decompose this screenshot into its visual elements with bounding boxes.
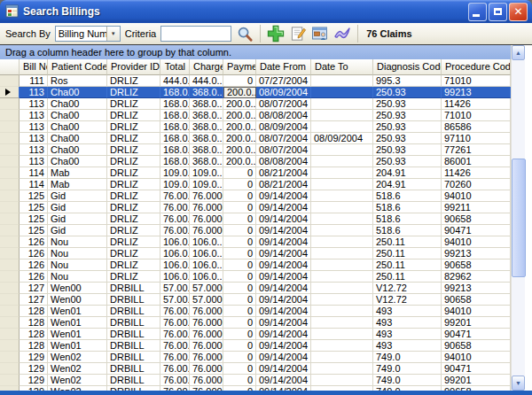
grid-cell[interactable]: 493: [373, 340, 442, 352]
grid-cell[interactable]: 250.93: [373, 156, 442, 167]
grid-cell[interactable]: 749.0: [373, 363, 442, 375]
grid-cell[interactable]: 07/27/2004: [256, 75, 311, 87]
grid-cell[interactable]: 125: [20, 213, 48, 225]
grid-cell[interactable]: Wen02: [48, 352, 107, 363]
grid-cell[interactable]: 493: [373, 306, 442, 317]
grid-cell[interactable]: 08/07/2004: [256, 144, 311, 156]
grid-cell[interactable]: [311, 386, 373, 391]
row-indicator[interactable]: [0, 156, 20, 167]
grid-cell[interactable]: 0: [223, 317, 256, 329]
grid-cell[interactable]: V12.72: [373, 283, 442, 294]
title-bar[interactable]: Search Billings ✕: [0, 0, 532, 23]
row-indicator[interactable]: [0, 179, 20, 190]
row-indicator[interactable]: [0, 317, 20, 329]
table-row[interactable]: 113Cha00DRLIZ168.0...368.0...200.0...08/…: [0, 87, 511, 98]
table-row[interactable]: 113Cha00DRLIZ168.0...368.0...200.0...08/…: [0, 98, 511, 110]
grid-cell[interactable]: 0: [223, 340, 256, 352]
grid-cell[interactable]: 518.6: [373, 190, 442, 202]
column-header-charges[interactable]: Charges: [190, 59, 223, 75]
grid-cell[interactable]: 128: [20, 306, 48, 317]
grid-cell[interactable]: [311, 283, 373, 294]
grid-cell[interactable]: Wen00: [48, 283, 107, 294]
grid-cell[interactable]: 250.93: [373, 98, 442, 110]
grid-cell[interactable]: 08/21/2004: [256, 179, 311, 190]
column-header-provider-id[interactable]: Provider ID: [107, 59, 160, 75]
grid-cell[interactable]: 129: [20, 363, 48, 375]
table-row[interactable]: 126NouDRLIZ106.0...106.0...009/14/200425…: [0, 236, 511, 248]
grid-cell[interactable]: 518.6: [373, 213, 442, 225]
grid-cell[interactable]: DRBILL: [107, 294, 160, 306]
row-indicator[interactable]: [0, 306, 20, 317]
grid-cell[interactable]: 08/07/2004: [256, 98, 311, 110]
grid-cell[interactable]: 106.0...: [160, 271, 190, 283]
table-row[interactable]: 125GidDRLIZ76.00...76.0000009/14/2004518…: [0, 225, 511, 236]
grid-cell[interactable]: Cha00: [48, 144, 107, 156]
grid-cell[interactable]: 09/14/2004: [256, 306, 311, 317]
grid-cell[interactable]: 127: [20, 294, 48, 306]
table-row[interactable]: 113Cha00DRLIZ168.0...368.0...200.0...08/…: [0, 110, 511, 121]
grid-cell[interactable]: 250.11: [373, 259, 442, 271]
grid-cell[interactable]: 168.0...: [160, 110, 190, 121]
column-header-date-from[interactable]: Date From: [256, 59, 311, 75]
grid-cell[interactable]: 0: [223, 236, 256, 248]
grid-cell[interactable]: 200.0...: [223, 98, 256, 110]
grid-cell[interactable]: 200.0...: [223, 87, 256, 98]
grid-cell[interactable]: 09/14/2004: [256, 317, 311, 329]
grid-cell[interactable]: [311, 190, 373, 202]
grid-cell[interactable]: DRLIZ: [107, 179, 160, 190]
column-header-bill-no[interactable]: Bill No.: [20, 59, 48, 75]
grid-cell[interactable]: 126: [20, 259, 48, 271]
grid-cell[interactable]: DRLIZ: [107, 271, 160, 283]
grid-cell[interactable]: [311, 352, 373, 363]
grid-cell[interactable]: [311, 317, 373, 329]
grid-cell[interactable]: 76.00...: [160, 317, 190, 329]
grid-cell[interactable]: 444.0...: [160, 75, 190, 87]
grid-cell[interactable]: 97110: [442, 133, 511, 144]
grid-cell[interactable]: 09/14/2004: [256, 363, 311, 375]
grid-cell[interactable]: [311, 329, 373, 340]
grid-cell[interactable]: 168.0...: [160, 98, 190, 110]
grid-cell[interactable]: Gid: [48, 213, 107, 225]
grid-cell[interactable]: DRBILL: [107, 375, 160, 386]
grid-cell[interactable]: 76.0000: [190, 213, 223, 225]
row-indicator[interactable]: [0, 98, 20, 110]
table-row[interactable]: 111RosDRLIZ444.0...444.0...007/27/200499…: [0, 75, 511, 87]
grid-cell[interactable]: DRBILL: [107, 352, 160, 363]
row-indicator[interactable]: [0, 329, 20, 340]
grid-cell[interactable]: 0: [223, 179, 256, 190]
table-row[interactable]: 125GidDRLIZ76.00...76.0000009/14/2004518…: [0, 202, 511, 213]
grid-cell[interactable]: 113: [20, 98, 48, 110]
grid-cell[interactable]: 106.0...: [190, 248, 223, 259]
criteria-input[interactable]: [160, 26, 231, 42]
row-indicator[interactable]: [0, 75, 20, 87]
table-row[interactable]: 126NouDRLIZ106.0...106.0...009/14/200425…: [0, 271, 511, 283]
row-indicator[interactable]: [0, 213, 20, 225]
grid-cell[interactable]: 250.11: [373, 271, 442, 283]
grid-cell[interactable]: 09/14/2004: [256, 375, 311, 386]
table-row[interactable]: 113Cha00DRLIZ168.0...368.0...200.0...08/…: [0, 156, 511, 167]
scroll-up-button[interactable]: ▲: [512, 45, 525, 60]
grid-cell[interactable]: [311, 98, 373, 110]
grid-cell[interactable]: 94010: [442, 236, 511, 248]
row-indicator[interactable]: [0, 121, 20, 133]
grid-cell[interactable]: 09/14/2004: [256, 340, 311, 352]
grid-cell[interactable]: 09/14/2004: [256, 248, 311, 259]
grid-cell[interactable]: 76.00...: [160, 306, 190, 317]
grid-cell[interactable]: 106.0...: [160, 236, 190, 248]
grid-cell[interactable]: 0: [223, 329, 256, 340]
grid-cell[interactable]: 250.93: [373, 133, 442, 144]
grid-cell[interactable]: 518.6: [373, 202, 442, 213]
grid-cell[interactable]: 250.93: [373, 87, 442, 98]
grid-cell[interactable]: 09/14/2004: [256, 283, 311, 294]
row-indicator[interactable]: [0, 167, 20, 179]
grid-cell[interactable]: Cha00: [48, 110, 107, 121]
grid-cell[interactable]: DRLIZ: [107, 75, 160, 87]
grid-cell[interactable]: [311, 110, 373, 121]
table-row[interactable]: 114MabDRLIZ109.0...109.0...008/21/200420…: [0, 167, 511, 179]
grid-cell[interactable]: 114: [20, 179, 48, 190]
grid-cell[interactable]: Cha00: [48, 87, 107, 98]
grid-cell[interactable]: 76.00...: [160, 363, 190, 375]
table-row[interactable]: 113Cha00DRLIZ168.0...368.0...200.0...08/…: [0, 121, 511, 133]
grid-cell[interactable]: Wen02: [48, 363, 107, 375]
grid-cell[interactable]: 90658: [442, 294, 511, 306]
